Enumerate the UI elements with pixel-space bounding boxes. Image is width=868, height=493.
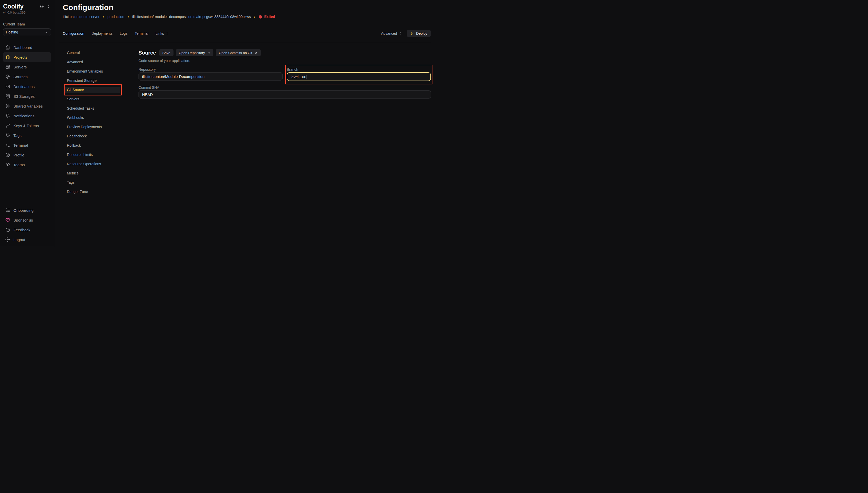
sidebar-item-logout[interactable]: Logout [3,235,51,244]
sidebar-item-s3-storages[interactable]: S3 Storages [3,91,51,101]
config-nav-tags[interactable]: Tags [64,178,120,187]
config-nav-servers[interactable]: Servers [64,94,120,104]
breadcrumb-project[interactable]: illicitonion quote server [63,15,99,19]
terminal-icon [5,143,10,148]
source-header-row: Source Save Open Repository Open Commits… [139,49,431,56]
tabs-divider [59,43,431,43]
sidebar-item-notifications[interactable]: Notifications [3,111,51,121]
config-nav-webhooks[interactable]: Webhooks [64,113,120,122]
tab-configuration[interactable]: Configuration [63,31,84,36]
chevron-right-icon [102,15,105,19]
sidebar-nav: Dashboard Projects Servers Sources Desti… [3,42,51,170]
sidebar-header-icons [40,4,51,9]
sidebar-item-destinations[interactable]: Destinations [3,82,51,91]
layers-icon [5,55,10,60]
repository-field-group: Repository illicitestonion/Module-Decomp… [139,67,283,81]
config-nav-resource-limits[interactable]: Resource Limits [64,150,120,159]
config-nav-danger-zone[interactable]: Danger Zone [64,187,120,196]
config-nav-persistent-storage[interactable]: Persistent Storage [64,76,120,85]
sun-icon[interactable] [40,4,44,9]
config-nav-rollback[interactable]: Rollback [64,141,120,150]
heart-handshake-icon [5,217,10,222]
bell-icon [5,113,10,119]
help-circle-icon [5,227,10,232]
open-repository-button[interactable]: Open Repository [176,49,213,56]
advanced-menu[interactable]: Advanced [381,31,402,36]
team-select[interactable]: Hosting [3,28,51,36]
play-icon [410,32,414,35]
chevrons-up-down-icon[interactable] [47,4,51,9]
sidebar-item-teams[interactable]: Teams [3,160,51,170]
header-actions: Advanced Deploy [381,30,431,37]
status-label: Exited [264,15,275,19]
home-icon [5,45,10,50]
config-nav-advanced[interactable]: Advanced [64,57,120,67]
arrow-up-right-icon [254,51,258,55]
config-nav-general[interactable]: General [64,48,120,57]
current-team-label: Current Team [3,22,51,26]
logout-icon [5,237,10,242]
chevron-right-icon [127,15,130,19]
sidebar-item-tags[interactable]: Tags [3,130,51,140]
app-version: v4.0.0-beta.399 [3,11,51,15]
commit-sha-input[interactable]: HEAD [139,90,431,99]
sidebar-item-keys-tokens[interactable]: Keys & Tokens [3,121,51,130]
tab-deployments[interactable]: Deployments [91,31,112,36]
arrow-up-right-icon [207,51,210,55]
chevrons-up-down-icon [165,31,169,35]
sidebar-item-projects[interactable]: Projects [3,52,51,62]
source-section: Source Save Open Repository Open Commits… [139,48,431,196]
text-caret [306,74,307,79]
tabs-row: Configuration Deployments Logs Terminal … [63,30,431,37]
config-nav-scheduled-tasks[interactable]: Scheduled Tasks [64,104,120,113]
sidebar: Coolify v4.0.0-beta.399 Current Team Hos… [0,0,54,246]
app-logo[interactable]: Coolify [3,3,23,10]
team-select-value: Hosting [6,30,18,34]
breadcrumb-application[interactable]: illicitestonion/-module--decomposition:m… [132,15,251,19]
list-checks-icon [5,208,10,213]
config-nav-preview-deployments[interactable]: Preview Deployments [64,122,120,131]
config-nav-metrics[interactable]: Metrics [64,169,120,178]
chevrons-up-down-icon [399,31,402,35]
open-commits-button[interactable]: Open Commits on Git [216,49,261,56]
sidebar-item-shared-variables[interactable]: Shared Variables [3,101,51,111]
database-icon [5,94,10,99]
breadcrumb-environment[interactable]: production [107,15,124,19]
config-nav-resource-operations[interactable]: Resource Operations [64,159,120,169]
config-nav: General Advanced Environment Variables P… [64,48,120,196]
user-circle-icon [5,152,10,157]
sidebar-footer: Onboarding Sponsor us Feedback Logout [3,205,51,244]
branch-input[interactable]: level-100 [287,72,431,81]
tab-logs[interactable]: Logs [120,31,127,36]
commit-sha-label: Commit SHA [139,85,431,90]
config-nav-git-source[interactable]: Git Source [64,85,120,94]
sidebar-item-dashboard[interactable]: Dashboard [3,42,51,52]
sidebar-item-sponsor-us[interactable]: Sponsor us [3,215,51,225]
deploy-button[interactable]: Deploy [407,30,431,37]
chevron-right-icon [253,15,256,19]
source-description: Code source of your application. [139,59,431,64]
key-icon [5,123,10,128]
config-nav-environment-variables[interactable]: Environment Variables [64,67,120,76]
save-button[interactable]: Save [159,49,173,56]
tabs: Configuration Deployments Logs Terminal … [63,31,169,36]
repository-input[interactable]: illicitestonion/Module-Decomposition [139,72,283,81]
sidebar-item-onboarding[interactable]: Onboarding [3,205,51,215]
sidebar-item-profile[interactable]: Profile [3,150,51,160]
map-icon [5,84,10,89]
users-icon [5,162,10,167]
git-source-icon [5,74,10,79]
tab-terminal[interactable]: Terminal [135,31,148,36]
sidebar-item-feedback[interactable]: Feedback [3,225,51,235]
variable-icon [5,103,10,109]
tab-links[interactable]: Links [155,31,169,36]
config-nav-healthcheck[interactable]: Healthcheck [64,131,120,141]
repository-label: Repository [139,67,283,72]
configuration-content: General Advanced Environment Variables P… [54,48,434,196]
status-dot-icon [259,15,262,19]
branch-label: Branch [287,67,431,72]
sidebar-item-terminal[interactable]: Terminal [3,140,51,150]
sidebar-item-servers[interactable]: Servers [3,62,51,72]
coolify-app: Coolify v4.0.0-beta.399 Current Team Hos… [0,0,434,246]
sidebar-item-sources[interactable]: Sources [3,72,51,82]
